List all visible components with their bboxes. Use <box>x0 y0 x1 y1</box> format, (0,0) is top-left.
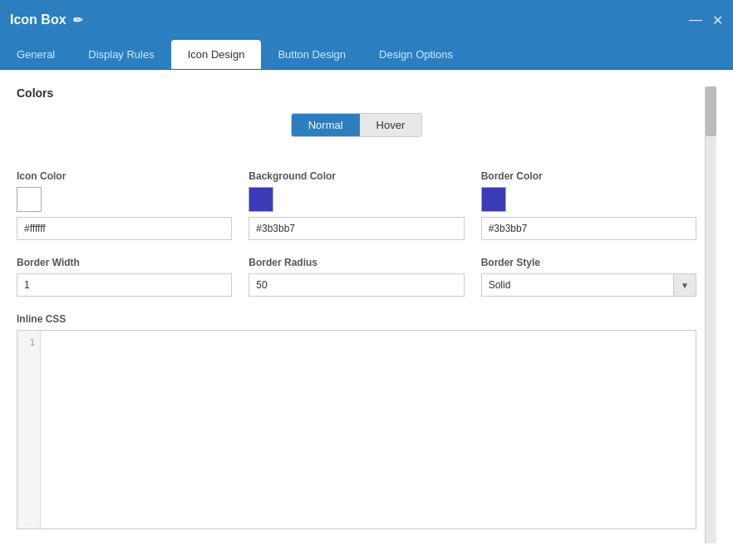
toggle-normal[interactable]: Normal <box>292 114 360 136</box>
border-radius-label: Border Radius <box>248 257 464 268</box>
inline-css-textarea[interactable] <box>41 331 696 528</box>
main-window: Icon Box ✏ — ✕ General Display Rules Ico… <box>0 0 733 560</box>
border-width-label: Border Width <box>17 257 232 268</box>
border-style-dropdown-btn[interactable]: ▼ <box>674 273 696 297</box>
icon-color-input[interactable] <box>17 217 232 240</box>
border-color-swatch[interactable] <box>481 187 506 212</box>
content-area: Colors Normal Hover Icon Color <box>0 70 733 560</box>
scrollbar-thumb[interactable] <box>706 86 716 136</box>
colors-section-title: Colors <box>17 86 696 100</box>
background-color-swatch[interactable] <box>248 187 273 212</box>
tabs-bar: General Display Rules Icon Design Button… <box>0 40 733 70</box>
border-color-group: Border Color <box>481 170 696 240</box>
tab-button-design[interactable]: Button Design <box>261 40 362 69</box>
color-fields-row: Icon Color Background Color Bord <box>17 170 696 240</box>
scrollbar[interactable] <box>705 86 716 543</box>
icon-color-preview-row <box>17 187 232 212</box>
titlebar-controls: — ✕ <box>689 12 723 28</box>
border-style-select[interactable]: Solid Dashed Dotted Double None <box>481 273 674 297</box>
titlebar: Icon Box ✏ — ✕ <box>0 0 733 40</box>
window-title: Icon Box <box>10 12 66 27</box>
toggle-group: Normal Hover <box>291 113 423 137</box>
border-style-group: Border Style Solid Dashed Dotted Double … <box>481 257 696 297</box>
background-color-preview-row <box>248 187 464 212</box>
tab-general[interactable]: General <box>0 40 71 69</box>
border-width-group: Border Width <box>17 257 232 297</box>
code-editor: 1 <box>17 330 696 529</box>
border-color-label: Border Color <box>481 170 696 182</box>
toggle-hover[interactable]: Hover <box>360 114 422 136</box>
line-numbers: 1 <box>17 331 41 528</box>
border-radius-group: Border Radius <box>248 257 464 297</box>
inline-css-section: Inline CSS 1 <box>17 313 696 529</box>
border-color-preview-row <box>481 187 696 212</box>
background-color-group: Background Color <box>248 170 464 240</box>
minimize-button[interactable]: — <box>689 12 702 27</box>
main-panel: Colors Normal Hover Icon Color <box>17 86 705 543</box>
icon-color-label: Icon Color <box>17 170 232 182</box>
border-fields-row: Border Width Border Radius Border Style … <box>17 257 696 297</box>
titlebar-left: Icon Box ✏ <box>10 12 83 27</box>
background-color-label: Background Color <box>248 170 464 182</box>
tab-display-rules[interactable]: Display Rules <box>71 40 170 69</box>
tab-icon-design[interactable]: Icon Design <box>171 40 262 69</box>
border-color-input[interactable] <box>481 217 696 240</box>
background-color-input[interactable] <box>248 217 464 240</box>
toggle-group-wrapper: Normal Hover <box>17 113 696 154</box>
border-radius-input[interactable] <box>248 273 464 297</box>
border-style-wrapper: Solid Dashed Dotted Double None ▼ <box>481 273 696 297</box>
icon-color-group: Icon Color <box>17 170 232 240</box>
close-button[interactable]: ✕ <box>712 12 723 28</box>
icon-color-swatch[interactable] <box>17 187 42 212</box>
border-width-input[interactable] <box>17 273 232 297</box>
border-style-label: Border Style <box>481 257 696 268</box>
line-number-1: 1 <box>22 336 35 351</box>
inline-css-label: Inline CSS <box>17 313 696 325</box>
tab-design-options[interactable]: Design Options <box>362 40 470 69</box>
edit-icon[interactable]: ✏ <box>73 13 83 27</box>
